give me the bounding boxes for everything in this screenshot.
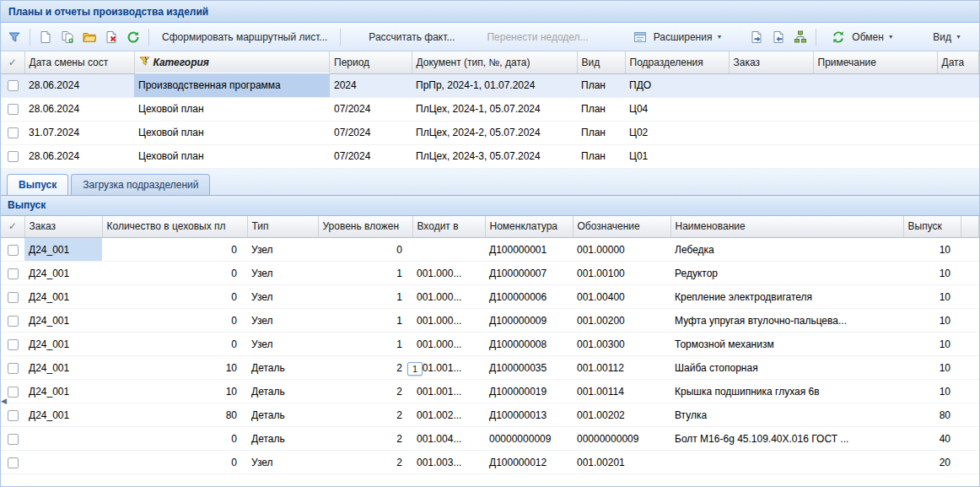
delete-document-icon[interactable] — [102, 28, 121, 46]
grid-cell[interactable]: 001.00201 — [573, 451, 670, 474]
grid-cell[interactable]: План — [577, 121, 625, 144]
extensions-button[interactable]: Расширения ▼ — [624, 27, 730, 47]
row-select-cell[interactable] — [1, 309, 24, 333]
grid-cell[interactable]: 80 — [102, 403, 247, 427]
grid-cell[interactable] — [937, 144, 979, 168]
grid-cell[interactable]: Деталь — [247, 380, 318, 403]
grid-cell[interactable]: Д24_001 — [24, 285, 102, 309]
column-header-name[interactable]: Наименование — [670, 216, 903, 238]
grid-cell[interactable] — [961, 356, 979, 380]
row-checkbox[interactable] — [8, 245, 19, 256]
grid-cell[interactable]: План — [577, 97, 625, 121]
table-row[interactable]: 31.07.2024Цеховой план07/2024ПлЦех, 2024… — [1, 121, 979, 144]
grid-cell[interactable] — [813, 144, 937, 168]
grid-cell[interactable]: Деталь — [247, 356, 318, 380]
splitter-collapse-button[interactable]: ◀ — [1, 398, 7, 405]
grid-cell[interactable]: 1 — [318, 309, 412, 333]
grid-cell[interactable]: 2 — [318, 380, 412, 403]
grid-cell[interactable]: Д100000006 — [485, 285, 573, 309]
grid-cell[interactable]: Д100000009 — [485, 309, 573, 333]
row-checkbox[interactable] — [8, 457, 19, 468]
grid-cell[interactable] — [961, 403, 979, 427]
grid-cell[interactable]: 001.000... — [412, 262, 485, 285]
grid-cell[interactable]: 28.06.2024 — [24, 97, 134, 121]
grid-cell[interactable]: 001.001... — [412, 380, 485, 403]
grid-cell[interactable]: Д24_001 — [24, 238, 102, 262]
grid-cell[interactable]: Цеховой план — [134, 121, 330, 144]
new-document-icon[interactable] — [36, 28, 55, 46]
grid-cell[interactable] — [729, 97, 813, 121]
grid-cell[interactable]: Д24_001 — [24, 380, 102, 403]
row-checkbox[interactable] — [8, 104, 19, 115]
grid-cell[interactable]: Узел — [247, 451, 318, 474]
grid-cell[interactable] — [961, 333, 979, 356]
grid-cell[interactable]: Ц01 — [625, 144, 729, 168]
grid-cell[interactable]: Тормозной механизм — [670, 333, 903, 356]
grid-cell[interactable] — [24, 427, 102, 451]
grid-cell[interactable]: Д100000013 — [485, 403, 573, 427]
grid-cell[interactable]: 10 — [102, 380, 247, 403]
table-row[interactable]: 28.06.2024Производственная программа2024… — [1, 73, 979, 97]
grid-cell[interactable] — [937, 73, 979, 97]
grid-cell[interactable]: Деталь — [247, 403, 318, 427]
grid-cell[interactable]: Д100000007 — [485, 262, 573, 285]
grid-cell[interactable]: 001.00400 — [573, 285, 670, 309]
row-checkbox[interactable] — [8, 151, 19, 162]
grid-cell[interactable]: Д100000008 — [485, 333, 573, 356]
grid-cell[interactable]: 0 — [318, 238, 412, 262]
grid-cell[interactable]: 10 — [903, 309, 961, 333]
grid-cell[interactable]: ПлЦех, 2024-1, 05.07.2024 — [412, 97, 577, 121]
view-button[interactable]: Вид ▼ — [926, 27, 968, 47]
row-checkbox[interactable] — [8, 292, 19, 303]
grid-cell[interactable]: 10 — [903, 238, 961, 262]
grid-cell[interactable]: 0 — [102, 262, 247, 285]
grid-cell[interactable] — [24, 451, 102, 474]
column-header-type[interactable]: Тип — [247, 216, 318, 238]
grid-cell[interactable] — [670, 451, 903, 474]
grid-cell[interactable]: Деталь — [247, 427, 318, 451]
table-row[interactable]: Д24_00110Деталь2001.001...Д100000035001.… — [1, 356, 979, 380]
grid-cell[interactable]: 10 — [903, 262, 961, 285]
grid-cell[interactable] — [937, 97, 979, 121]
refresh-icon[interactable] — [124, 28, 143, 46]
column-header-period[interactable]: Период — [330, 51, 412, 73]
grid-cell[interactable]: 31.07.2024 — [24, 121, 134, 144]
grid-cell[interactable]: 10 — [903, 333, 961, 356]
grid-cell[interactable]: Редуктор — [670, 262, 903, 285]
grid-cell[interactable]: Д24_001 — [24, 403, 102, 427]
table-row[interactable]: 0Узел2001.003...Д100000012001.0020120 — [1, 451, 979, 474]
row-checkbox[interactable] — [8, 387, 19, 398]
grid-cell[interactable]: 00000000009 — [485, 427, 573, 451]
grid-cell[interactable]: 0 — [102, 427, 247, 451]
open-folder-icon[interactable] — [80, 28, 99, 46]
row-checkbox[interactable] — [8, 268, 19, 279]
grid-cell[interactable]: ПрПр, 2024-1, 01.07.2024 — [412, 73, 577, 97]
grid-cell[interactable] — [961, 262, 979, 285]
column-header-date[interactable]: Дата смены сост — [24, 51, 134, 73]
grid-cell[interactable]: Д24_001 — [24, 333, 102, 356]
row-select-cell[interactable] — [1, 356, 24, 380]
grid-cell[interactable]: 001.000... — [412, 333, 485, 356]
grid-cell[interactable]: 001.003... — [412, 451, 485, 474]
grid-cell[interactable]: 001.001... — [412, 356, 485, 380]
grid-cell[interactable]: 2 — [318, 427, 412, 451]
grid-cell[interactable] — [961, 238, 979, 262]
grid-cell[interactable]: План — [577, 73, 625, 97]
tab-zagruzka-podrazdeleniy[interactable]: Загрузка подразделений — [71, 174, 210, 195]
row-checkbox[interactable] — [8, 410, 19, 421]
grid-cell[interactable]: 001.002... — [412, 403, 485, 427]
grid-cell[interactable]: ПДО — [625, 73, 729, 97]
grid-cell[interactable]: 2024 — [330, 73, 412, 97]
grid-cell[interactable] — [813, 97, 937, 121]
grid-cell[interactable]: Узел — [247, 333, 318, 356]
grid-cell[interactable]: 10 — [903, 380, 961, 403]
row-select-cell[interactable] — [1, 285, 24, 309]
grid-cell[interactable]: 0 — [102, 285, 247, 309]
table-row[interactable]: 28.06.2024Цеховой план07/2024ПлЦех, 2024… — [1, 144, 979, 168]
filter-icon[interactable] — [5, 28, 24, 46]
table-row[interactable]: Д24_0010Узел0Д100000001001.00000Лебедка1… — [1, 238, 979, 262]
table-row[interactable]: Д24_0010Узел1001.000...Д100000009001.002… — [1, 309, 979, 333]
grid-cell[interactable]: Цеховой план — [134, 144, 330, 168]
grid-cell[interactable]: Д100000012 — [485, 451, 573, 474]
grid-cell[interactable]: Узел — [247, 262, 318, 285]
